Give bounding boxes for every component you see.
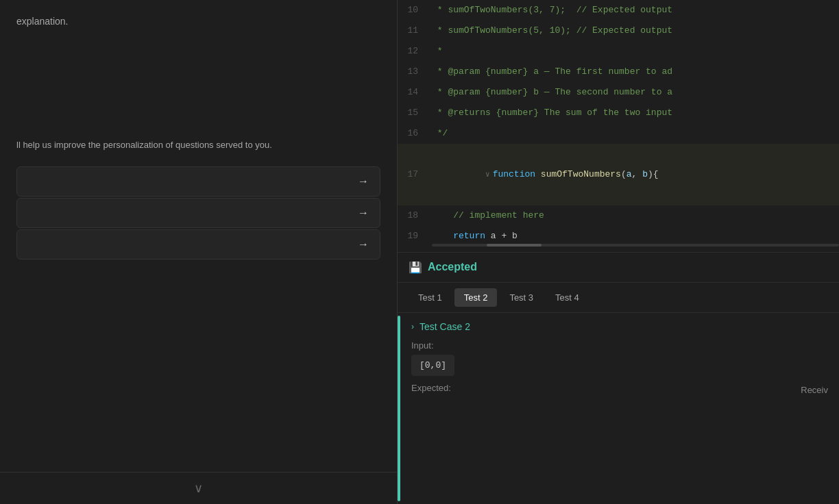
nav-item-1[interactable]: → — [16, 166, 380, 197]
test-expected-row: Expected: Receiv — [411, 383, 828, 397]
input-value: [0,0] — [411, 355, 454, 376]
right-panel: 10 * sumOfTwoNumbers(3, 7); // Expected … — [398, 0, 839, 504]
nav-items: → → → — [16, 166, 380, 260]
code-line-20: 20 } — [398, 247, 839, 252]
nav-arrow-2: → — [358, 207, 369, 219]
bottom-bar: ∨ — [0, 472, 397, 504]
nav-item-3[interactable]: → — [16, 229, 380, 260]
code-line-16: 16 */ — [398, 123, 839, 144]
explanation-text: explanation. — [16, 14, 380, 29]
code-scrollbar[interactable] — [432, 244, 839, 247]
left-content: explanation. ll help us improve the pers… — [0, 0, 397, 472]
test-case-label: Test Case 2 — [420, 321, 470, 332]
accepted-label: Accepted — [428, 261, 477, 273]
code-line-11: 11 * sumOfTwoNumbers(5, 10); // Expected… — [398, 21, 839, 41]
code-line-14: 14 * @param {number} b — The second numb… — [398, 82, 839, 103]
input-label: Input: — [411, 340, 828, 351]
nav-arrow-3: → — [358, 238, 369, 251]
help-text: ll help us improve the personalization o… — [16, 138, 380, 153]
code-scrollbar-thumb — [487, 244, 542, 247]
test-content: › Test Case 2 Input: [0,0] Expected: Rec… — [398, 313, 839, 505]
code-line-12: 12 * — [398, 41, 839, 62]
expand-arrow-icon[interactable]: › — [411, 322, 414, 331]
test-case-header: › Test Case 2 — [411, 321, 828, 332]
nav-item-2[interactable]: → — [16, 198, 380, 228]
tab-test-3[interactable]: Test 3 — [500, 288, 543, 307]
code-line-10: 10 * sumOfTwoNumbers(3, 7); // Expected … — [398, 0, 839, 21]
code-editor[interactable]: 10 * sumOfTwoNumbers(3, 7); // Expected … — [398, 0, 839, 252]
left-panel: explanation. ll help us improve the pers… — [0, 0, 398, 504]
test-panel: 💾 Accepted Test 1 Test 2 Test 3 Test 4 ›… — [398, 252, 839, 505]
code-lines: 10 * sumOfTwoNumbers(3, 7); // Expected … — [398, 0, 839, 252]
test-body: › Test Case 2 Input: [0,0] Expected: Rec… — [400, 313, 839, 505]
expected-label: Expected: — [411, 383, 451, 393]
tab-test-2[interactable]: Test 2 — [454, 288, 498, 307]
code-line-15: 15 * @returns {number} The sum of the tw… — [398, 103, 839, 123]
tab-test-4[interactable]: Test 4 — [546, 288, 589, 307]
code-line-18: 18 // implement here — [398, 205, 839, 226]
code-line-17: 17 ∨function sumOfTwoNumbers(a, b){ — [398, 144, 839, 205]
received-label: Receiv — [801, 385, 828, 395]
nav-arrow-1: → — [358, 175, 369, 188]
accepted-icon: 💾 — [409, 261, 422, 274]
code-line-13: 13 * @param {number} a — The first numbe… — [398, 62, 839, 82]
chevron-down-icon[interactable]: ∨ — [194, 481, 203, 496]
tab-test-1[interactable]: Test 1 — [409, 288, 452, 307]
test-tabs: Test 1 Test 2 Test 3 Test 4 — [398, 283, 839, 313]
test-header: 💾 Accepted — [398, 253, 839, 283]
fold-arrow-icon[interactable]: ∨ — [485, 171, 490, 179]
